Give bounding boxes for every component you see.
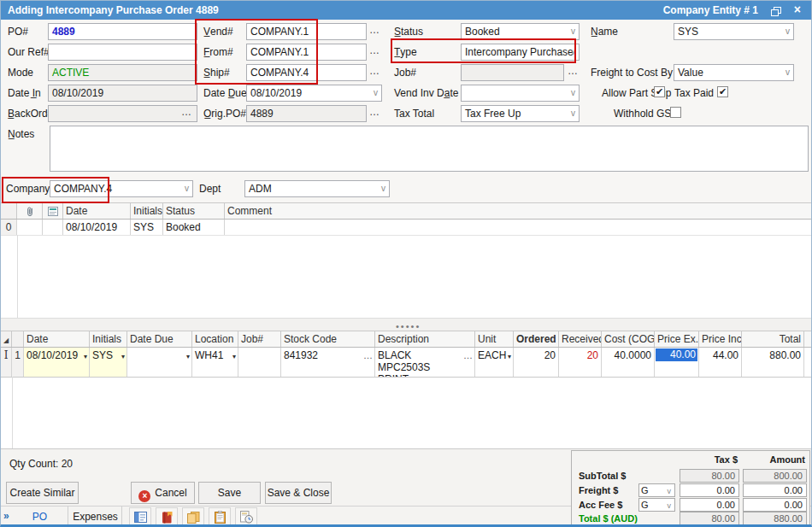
- vend-field[interactable]: COMPANY.1: [246, 23, 367, 40]
- ship-field[interactable]: COMPANY.4: [246, 64, 367, 81]
- item-date-due-cell[interactable]: ▾: [127, 348, 192, 377]
- status-grid-header-initials[interactable]: Initials: [131, 203, 163, 219]
- restore-icon[interactable]: [771, 5, 782, 17]
- status-grid-header-comment[interactable]: Comment: [225, 203, 811, 219]
- items-header-job[interactable]: Job#: [238, 331, 281, 347]
- attachment-column-header[interactable]: [17, 203, 43, 219]
- dept-dropdown[interactable]: ADM v: [244, 180, 390, 197]
- item-job-cell[interactable]: [238, 348, 281, 377]
- item-total-cell[interactable]: 880.00: [742, 348, 804, 377]
- items-header-description[interactable]: Description: [375, 331, 475, 347]
- chevron-down-icon[interactable]: v: [571, 87, 575, 99]
- from-field[interactable]: COMPANY.1: [246, 44, 367, 61]
- from-lookup-button[interactable]: …: [367, 44, 382, 61]
- chevron-down-icon[interactable]: v: [571, 26, 575, 38]
- item-price-inc-cell[interactable]: 44.00: [699, 348, 742, 377]
- items-grid-row[interactable]: I 1 08/10/2019▾ SYS▾ ▾ WH41▾ 841932… BLA…: [1, 348, 811, 378]
- date-due-dropdown[interactable]: 08/10/2019 v: [246, 85, 382, 102]
- chevron-down-icon[interactable]: v: [571, 46, 575, 58]
- report-view-button[interactable]: [129, 507, 151, 526]
- freight-amount-field[interactable]: 0.00: [743, 483, 807, 497]
- items-header-ordered[interactable]: Ordered: [514, 331, 559, 347]
- acc-fee-tax-code-dropdown[interactable]: Gv: [638, 498, 675, 512]
- item-description-cell[interactable]: BLACK MPC2503S PRINT CARTRIDGE…: [375, 348, 475, 377]
- combo-arrow-icon[interactable]: ▾: [186, 351, 190, 363]
- items-header-received[interactable]: Received: [559, 331, 602, 347]
- tab-expenses[interactable]: Expenses: [69, 507, 122, 527]
- chevron-down-icon[interactable]: v: [786, 67, 790, 79]
- save-button[interactable]: Save: [198, 482, 261, 504]
- status-row-date[interactable]: 08/10/2019: [63, 220, 131, 235]
- status-dropdown[interactable]: Booked v: [461, 23, 580, 40]
- history-log-button[interactable]: [235, 507, 257, 526]
- items-header-total[interactable]: Total: [742, 331, 804, 347]
- backord-lookup-button[interactable]: …: [179, 105, 194, 122]
- create-similar-button[interactable]: Create Similar: [6, 482, 79, 504]
- tab-po[interactable]: PO: [12, 507, 68, 527]
- status-grid-header-status[interactable]: Status: [163, 203, 225, 219]
- allow-part-ship-checkbox[interactable]: ✔: [654, 86, 665, 97]
- chevron-down-icon[interactable]: v: [786, 26, 790, 38]
- freight-tax-field[interactable]: 0.00: [680, 483, 739, 497]
- memo-column-header[interactable]: [43, 203, 63, 219]
- freight-tax-code-dropdown[interactable]: Gv: [638, 483, 675, 497]
- backord-field[interactable]: [48, 105, 197, 122]
- selected-cell-value[interactable]: 40.00: [656, 348, 697, 361]
- company-dropdown[interactable]: COMPANY.4 v: [50, 180, 193, 197]
- lookup-ellipsis-icon[interactable]: …: [363, 349, 373, 361]
- items-header-initials[interactable]: Initials: [90, 331, 127, 347]
- acc-fee-tax-field[interactable]: 0.00: [680, 498, 739, 512]
- job-field[interactable]: [461, 64, 564, 81]
- status-grid-row[interactable]: 0 08/10/2019 SYS Booked: [1, 220, 811, 236]
- items-header-unit[interactable]: Unit: [475, 331, 514, 347]
- tax-total-dropdown[interactable]: Tax Free Up v: [461, 105, 580, 122]
- items-header-location[interactable]: Location: [192, 331, 238, 347]
- combo-arrow-icon[interactable]: ▾: [121, 351, 125, 363]
- items-header-stock-code[interactable]: Stock Code: [281, 331, 375, 347]
- chevron-down-icon[interactable]: v: [668, 500, 672, 512]
- acc-fee-amount-field[interactable]: 0.00: [743, 498, 807, 512]
- item-stock-code-cell[interactable]: 841932…: [281, 348, 375, 377]
- freight-cost-by-dropdown[interactable]: Value v: [674, 64, 794, 81]
- name-dropdown[interactable]: SYS v: [674, 23, 794, 40]
- chevron-down-icon[interactable]: v: [668, 485, 672, 497]
- combo-arrow-icon[interactable]: ▾: [508, 351, 511, 363]
- items-header-price-ex[interactable]: Price Ex.: [655, 331, 699, 347]
- po-field[interactable]: 4889: [48, 23, 197, 40]
- status-row-initials[interactable]: SYS: [131, 220, 163, 235]
- status-row-comment[interactable]: [225, 220, 811, 235]
- tax-paid-checkbox[interactable]: ✔: [717, 86, 728, 97]
- orig-po-lookup-button[interactable]: …: [367, 105, 382, 122]
- job-lookup-button[interactable]: …: [565, 64, 580, 81]
- chevron-down-icon[interactable]: v: [571, 108, 575, 120]
- save-close-button[interactable]: Save & Close: [265, 482, 332, 504]
- item-price-ex-cell[interactable]: 40.00: [655, 348, 699, 377]
- copy-lines-button[interactable]: [182, 507, 204, 526]
- lookup-ellipsis-icon[interactable]: …: [463, 349, 473, 361]
- status-grid-header-date[interactable]: Date: [63, 203, 131, 219]
- vend-lookup-button[interactable]: …: [367, 23, 382, 40]
- vend-inv-date-dropdown[interactable]: v: [461, 85, 580, 102]
- items-header-price-inc[interactable]: Price Inc.: [699, 331, 742, 347]
- combo-arrow-icon[interactable]: ▾: [232, 351, 236, 363]
- our-ref-field[interactable]: [48, 44, 197, 61]
- combo-arrow-icon[interactable]: ▾: [84, 351, 87, 363]
- item-received-cell[interactable]: 20: [559, 348, 602, 377]
- clipboard-button[interactable]: [209, 507, 231, 526]
- withhold-gst-checkbox[interactable]: [670, 107, 681, 118]
- item-initials-cell[interactable]: SYS▾: [90, 348, 127, 377]
- item-location-cell[interactable]: WH41▾: [192, 348, 238, 377]
- items-header-cost[interactable]: Cost (COG): [602, 331, 655, 347]
- chevron-down-icon[interactable]: v: [185, 183, 189, 195]
- notes-field[interactable]: [50, 126, 809, 172]
- items-header-date[interactable]: Date: [24, 331, 90, 347]
- chevron-down-icon[interactable]: v: [381, 183, 385, 195]
- cancel-button[interactable]: ×Cancel: [131, 482, 195, 504]
- chevron-down-icon[interactable]: v: [374, 87, 378, 99]
- status-row-status[interactable]: Booked: [163, 220, 225, 235]
- item-ordered-cell[interactable]: 20: [514, 348, 559, 377]
- close-icon[interactable]: ×: [794, 3, 801, 16]
- ship-lookup-button[interactable]: …: [367, 64, 382, 81]
- item-date-cell[interactable]: 08/10/2019▾: [24, 348, 90, 377]
- type-dropdown[interactable]: Intercompany Purchase v: [461, 44, 580, 61]
